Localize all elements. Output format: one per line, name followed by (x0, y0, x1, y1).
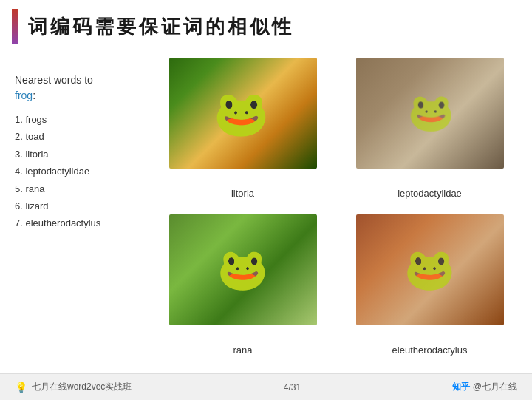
main-content: Nearest words to frog: 1. frogs 2. toad … (0, 50, 532, 368)
image-cell-leptodactylidae (342, 58, 517, 182)
list-item: 5. rana (15, 180, 148, 197)
colon: : (33, 89, 35, 101)
list-item: 4. leptodactylidae (15, 163, 148, 180)
label-cell-rana: rana (155, 342, 330, 369)
image-label-eleutherodactylus: eleutherodactylus (392, 345, 468, 356)
image-label-litoria: litoria (231, 188, 254, 199)
frog-image-litoria (169, 58, 317, 169)
nearest-label-text: Nearest words to (15, 74, 93, 86)
footer: 💡 七月在线word2vec实战班 4/31 知乎 @七月在线 (0, 373, 532, 400)
label-cell-litoria: litoria (155, 185, 330, 212)
bulb-icon: 💡 (15, 382, 27, 393)
list-item: 2. toad (15, 128, 148, 145)
frog-keyword: frog (15, 89, 33, 101)
footer-left: 💡 七月在线word2vec实战班 (15, 381, 132, 393)
title-bar: 词编码需要保证词的相似性 (0, 0, 532, 50)
word-list: 1. frogs 2. toad 3. litoria 4. leptodact… (15, 111, 148, 232)
footer-watermark: 知乎 @七月在线 (452, 381, 517, 393)
list-item: 1. frogs (15, 111, 148, 128)
left-panel: Nearest words to frog: 1. frogs 2. toad … (15, 58, 148, 368)
image-label-leptodactylidae: leptodactylidae (398, 188, 462, 199)
list-item: 6. lizard (15, 197, 148, 214)
label-cell-leptodactylidae: leptodactylidae (342, 185, 517, 212)
title-accent-bar (12, 9, 18, 44)
footer-org-name: 七月在线word2vec实战班 (32, 381, 132, 393)
image-grid: litoria leptodactylidae rana eleutheroda… (148, 58, 517, 368)
label-cell-eleutherodactylus: eleutherodactylus (342, 342, 517, 369)
footer-watermark-text: @七月在线 (473, 382, 517, 392)
frog-image-eleutherodactylus (356, 214, 504, 325)
list-item: 7. eleutherodactylus (15, 214, 148, 231)
list-item: 3. litoria (15, 146, 148, 163)
frog-image-rana (169, 214, 317, 325)
zhihu-logo: 知乎 (452, 382, 470, 392)
image-cell-eleutherodactylus (342, 214, 517, 339)
nearest-label: Nearest words to frog: (15, 72, 148, 104)
frog-image-leptodactylidae (356, 58, 504, 169)
footer-page-number: 4/31 (284, 382, 301, 393)
slide: 词编码需要保证词的相似性 Nearest words to frog: 1. f… (0, 0, 532, 400)
image-cell-litoria (155, 58, 330, 182)
slide-title: 词编码需要保证词的相似性 (28, 14, 294, 40)
image-label-rana: rana (233, 345, 252, 356)
image-cell-rana (155, 214, 330, 339)
